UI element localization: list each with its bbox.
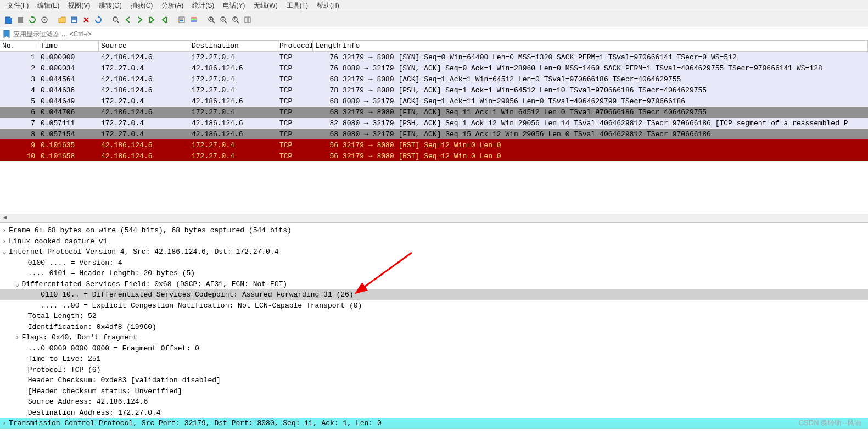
svg-line-19 <box>225 21 227 23</box>
restart-capture-button[interactable] <box>27 14 38 25</box>
svg-rect-25 <box>248 17 250 23</box>
column-destination[interactable]: Destination <box>189 41 277 51</box>
packet-row[interactable]: 20.000034172.27.0.442.186.124.6TCP768080… <box>0 63 868 74</box>
detail-linux-cooked[interactable]: ›Linux cooked capture v1 <box>0 236 868 247</box>
detail-ip-flags[interactable]: ›Flags: 0x40, Don't fragment <box>0 332 868 343</box>
svg-rect-4 <box>72 20 76 22</box>
auto-scroll-button[interactable] <box>176 14 187 25</box>
menu-help[interactable]: 帮助(H) <box>312 0 344 12</box>
go-forward-button[interactable] <box>135 14 145 25</box>
start-capture-button[interactable] <box>3 14 14 25</box>
save-file-button[interactable] <box>69 14 80 25</box>
zoom-out-button[interactable] <box>218 14 229 25</box>
packet-row[interactable]: 100.10165842.186.124.6172.27.0.4TCP56321… <box>0 150 868 161</box>
pane-divider[interactable] <box>0 214 868 223</box>
detail-frame[interactable]: ›Frame 6: 68 bytes on wire (544 bits), 6… <box>0 225 868 236</box>
menu-file[interactable]: 文件(F) <box>3 0 33 12</box>
detail-ip-dscp[interactable]: 0110 10.. = Differentiated Services Code… <box>0 289 868 300</box>
svg-rect-0 <box>18 17 23 23</box>
detail-ip-totlen[interactable]: Total Length: 52 <box>0 311 868 322</box>
display-filter-bar <box>0 27 868 41</box>
packet-details-pane[interactable]: ›Frame 6: 68 bytes on wire (544 bits), 6… <box>0 223 868 431</box>
svg-text:1: 1 <box>234 18 236 21</box>
menu-edit[interactable]: 编辑(E) <box>33 0 64 12</box>
detail-ipv4[interactable]: ⌄Internet Protocol Version 4, Src: 42.18… <box>0 247 868 258</box>
reload-button[interactable] <box>93 14 104 25</box>
go-back-button[interactable] <box>122 14 133 25</box>
svg-point-2 <box>44 19 46 20</box>
svg-rect-12 <box>191 19 197 20</box>
packet-row[interactable]: 50.044649172.27.0.442.186.124.6TCP688080… <box>0 96 868 107</box>
detail-ip-dst[interactable]: Destination Address: 172.27.0.4 <box>0 407 868 418</box>
detail-ip-frag[interactable]: ...0 0000 0000 0000 = Fragment Offset: 0 <box>0 343 868 354</box>
open-file-button[interactable] <box>57 14 68 25</box>
zoom-in-button[interactable] <box>206 14 217 25</box>
packet-list-header: No. Time Source Destination Protocol Len… <box>0 41 868 52</box>
detail-ip-ident[interactable]: Identification: 0x4df8 (19960) <box>0 322 868 333</box>
packet-row[interactable]: 40.04463642.186.124.6172.27.0.4TCP783217… <box>0 85 868 96</box>
column-time[interactable]: Time <box>38 41 99 51</box>
detail-ip-checksum-status[interactable]: [Header checksum status: Unverified] <box>0 386 868 397</box>
packet-row[interactable]: 10.00000042.186.124.6172.27.0.4TCP763217… <box>0 52 868 63</box>
packet-row[interactable]: 90.10163542.186.124.6172.27.0.4TCP563217… <box>0 139 868 150</box>
display-filter-input[interactable] <box>13 30 866 38</box>
packet-row[interactable]: 70.057111172.27.0.442.186.124.6TCP828080… <box>0 118 868 129</box>
capture-options-button[interactable] <box>39 14 50 25</box>
find-packet-button[interactable] <box>110 14 121 25</box>
column-no[interactable]: No. <box>0 41 38 51</box>
menu-capture[interactable]: 捕获(C) <box>126 0 158 12</box>
packet-row[interactable]: 80.057154172.27.0.442.186.124.6TCP688080… <box>0 129 868 139</box>
svg-point-5 <box>113 17 117 21</box>
bookmark-icon[interactable] <box>2 30 11 38</box>
svg-line-15 <box>212 21 215 23</box>
menu-statistics[interactable]: 统计(S) <box>188 0 219 12</box>
svg-line-6 <box>117 21 119 23</box>
menu-telephony[interactable]: 电话(Y) <box>219 0 249 12</box>
column-source[interactable]: Source <box>99 41 189 51</box>
detail-ip-src[interactable]: Source Address: 42.186.124.6 <box>0 397 868 407</box>
go-first-button[interactable] <box>159 14 170 25</box>
resize-columns-button[interactable] <box>242 14 253 25</box>
watermark: CSDN @聆听--风雨 <box>799 418 861 428</box>
stop-capture-button[interactable] <box>15 14 26 25</box>
column-length[interactable]: Length <box>313 41 340 51</box>
column-info[interactable]: Info <box>340 41 868 51</box>
toolbar: 1 <box>0 12 868 27</box>
svg-rect-11 <box>191 17 197 19</box>
menu-analyze[interactable]: 分析(A) <box>157 0 188 12</box>
menu-view[interactable]: 视图(V) <box>64 0 94 12</box>
zoom-reset-button[interactable]: 1 <box>230 14 241 25</box>
svg-line-22 <box>237 21 239 23</box>
detail-ip-dsfield[interactable]: ⌄Differentiated Services Field: 0x68 (DS… <box>0 279 868 290</box>
detail-tcp[interactable]: ›Transmission Control Protocol, Src Port… <box>0 418 868 429</box>
svg-rect-24 <box>245 17 247 23</box>
detail-ip-proto[interactable]: Protocol: TCP (6) <box>0 365 868 376</box>
column-protocol[interactable]: Protocol <box>277 41 313 51</box>
colorize-button[interactable] <box>188 14 199 25</box>
detail-ip-version[interactable]: 0100 .... = Version: 4 <box>0 258 868 269</box>
close-file-button[interactable] <box>81 14 92 25</box>
packet-list-empty <box>0 161 868 214</box>
packet-row[interactable]: 30.04456442.186.124.6172.27.0.4TCP683217… <box>0 74 868 85</box>
detail-ip-ttl[interactable]: Time to Live: 251 <box>0 354 868 365</box>
menu-goto[interactable]: 跳转(G) <box>94 0 126 12</box>
menu-tools[interactable]: 工具(T) <box>282 0 312 12</box>
detail-ip-checksum[interactable]: Header Checksum: 0xde83 [validation disa… <box>0 375 868 386</box>
menu-bar: 文件(F) 编辑(E) 视图(V) 跳转(G) 捕获(C) 分析(A) 统计(S… <box>0 0 868 12</box>
go-to-packet-button[interactable] <box>147 14 158 25</box>
detail-ip-ecn[interactable]: .... ..00 = Explicit Congestion Notifica… <box>0 300 868 311</box>
packet-row[interactable]: 60.04470642.186.124.6172.27.0.4TCP683217… <box>0 107 868 118</box>
svg-rect-13 <box>191 20 197 22</box>
menu-wireless[interactable]: 无线(W) <box>249 0 282 12</box>
detail-ip-hlen[interactable]: .... 0101 = Header Length: 20 bytes (5) <box>0 268 868 279</box>
packet-list[interactable]: 10.00000042.186.124.6172.27.0.4TCP763217… <box>0 52 868 161</box>
